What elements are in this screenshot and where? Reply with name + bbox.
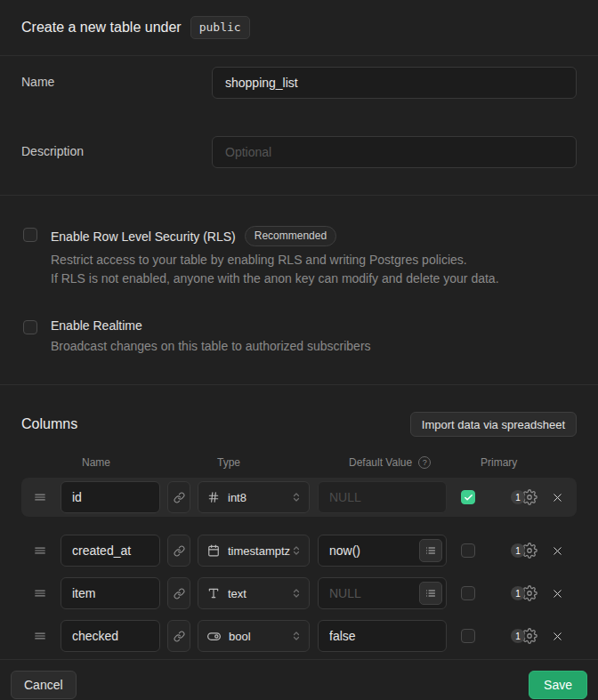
remove-column-button[interactable] xyxy=(549,585,566,602)
calendar-icon xyxy=(207,544,220,557)
drag-handle-icon[interactable] xyxy=(34,544,46,557)
settings-count-badge: 1 xyxy=(511,490,525,504)
link-icon xyxy=(174,631,185,642)
primary-checkbox[interactable] xyxy=(461,543,475,558)
rls-checkbox[interactable] xyxy=(23,228,37,242)
table-row: text 1 xyxy=(21,574,577,613)
column-settings-button[interactable]: 1 xyxy=(511,585,537,601)
column-name-input[interactable] xyxy=(61,620,160,652)
list-icon xyxy=(425,545,436,556)
suggestion-list-button[interactable] xyxy=(419,582,442,605)
remove-column-button[interactable] xyxy=(549,628,566,645)
header-primary: Primary xyxy=(481,456,517,469)
realtime-checkbox[interactable] xyxy=(23,320,37,334)
rls-label: Enable Row Level Security (RLS) xyxy=(51,229,236,244)
rls-description-line1: Restrict access to your table by enablin… xyxy=(51,251,499,270)
column-settings-button[interactable]: 1 xyxy=(511,628,537,644)
settings-count-badge: 1 xyxy=(511,629,525,643)
foreign-key-button[interactable] xyxy=(167,620,190,652)
column-settings-button[interactable]: 1 xyxy=(511,489,537,505)
link-icon xyxy=(174,588,185,599)
column-default-input[interactable] xyxy=(318,620,447,652)
drag-handle-icon[interactable] xyxy=(34,630,46,642)
column-type-select[interactable]: text xyxy=(198,577,310,609)
dialog-footer: Cancel Save xyxy=(0,659,598,700)
column-type-select[interactable]: int8 xyxy=(198,481,310,513)
header-default-value: Default Value xyxy=(349,456,412,469)
remove-column-button[interactable] xyxy=(549,489,566,506)
column-rows: int8 1 xyxy=(21,478,577,656)
column-type-select[interactable]: bool xyxy=(198,620,310,652)
create-table-dialog: Create a new table under public Name Des… xyxy=(0,0,598,700)
chevrons-up-down-icon xyxy=(291,631,302,641)
primary-checkbox[interactable] xyxy=(461,629,475,643)
table-description-input[interactable] xyxy=(212,136,577,168)
realtime-label: Enable Realtime xyxy=(51,318,142,333)
help-circle-icon[interactable]: ? xyxy=(418,456,431,469)
column-name-input[interactable] xyxy=(61,577,160,609)
foreign-key-button[interactable] xyxy=(167,577,190,609)
name-field-row: Name xyxy=(21,67,577,99)
columns-heading: Columns xyxy=(21,416,77,432)
rls-description-line2: If RLS is not enabled, anyone with the a… xyxy=(51,270,499,288)
dialog-header: Create a new table under public xyxy=(0,0,598,56)
chevrons-up-down-icon xyxy=(291,492,302,503)
foreign-key-button[interactable] xyxy=(167,481,190,513)
remove-column-button[interactable] xyxy=(549,543,566,559)
primary-checkbox[interactable] xyxy=(461,586,475,600)
table-options-section: Enable Row Level Security (RLS) Recommen… xyxy=(0,196,598,385)
cancel-button[interactable]: Cancel xyxy=(11,671,77,699)
header-name: Name xyxy=(82,456,217,469)
rls-option: Enable Row Level Security (RLS) Recommen… xyxy=(21,226,577,288)
settings-count-badge: 1 xyxy=(511,586,525,600)
foreign-key-button[interactable] xyxy=(167,535,190,567)
realtime-option: Enable Realtime Broadcast changes on thi… xyxy=(21,318,577,356)
close-icon xyxy=(551,587,564,600)
list-icon xyxy=(425,588,436,599)
column-name-input[interactable] xyxy=(61,481,160,513)
header-type: Type xyxy=(217,456,349,469)
text-icon xyxy=(207,587,220,599)
link-icon xyxy=(174,545,185,557)
column-default-input[interactable] xyxy=(318,481,447,513)
table-fields-section: Name Description xyxy=(0,56,598,196)
chevrons-up-down-icon xyxy=(291,588,302,599)
import-spreadsheet-button[interactable]: Import data via spreadsheet xyxy=(410,412,577,437)
schema-badge: public xyxy=(190,16,250,39)
recommended-badge: Recommended xyxy=(245,226,336,246)
table-row: timestamptz 1 xyxy=(21,531,577,570)
close-icon xyxy=(551,630,564,643)
suggestion-list-button[interactable] xyxy=(419,539,442,562)
chevrons-up-down-icon xyxy=(291,545,302,556)
name-label: Name xyxy=(21,67,212,89)
dialog-title: Create a new table under xyxy=(21,20,182,36)
drag-handle-icon[interactable] xyxy=(34,491,46,503)
link-icon xyxy=(174,492,185,503)
table-name-input[interactable] xyxy=(212,67,577,99)
column-type-select[interactable]: timestamptz xyxy=(198,535,310,567)
close-icon xyxy=(551,491,564,504)
column-settings-button[interactable]: 1 xyxy=(511,543,537,559)
drag-handle-icon[interactable] xyxy=(34,587,46,599)
toggle-icon xyxy=(207,630,221,643)
table-row: int8 1 xyxy=(21,478,577,517)
columns-section: Columns Import data via spreadsheet Name… xyxy=(0,385,598,659)
description-label: Description xyxy=(21,136,212,158)
column-name-input[interactable] xyxy=(61,535,160,567)
close-icon xyxy=(551,544,564,558)
settings-count-badge: 1 xyxy=(511,543,525,558)
hash-icon xyxy=(207,491,220,503)
table-row: bool 1 xyxy=(21,616,577,656)
realtime-description: Broadcast changes on this table to autho… xyxy=(51,337,371,356)
primary-checkbox[interactable] xyxy=(461,490,475,504)
save-button[interactable]: Save xyxy=(529,671,587,699)
columns-header-row: Name Type Default Value ? Primary xyxy=(21,456,577,469)
description-field-row: Description xyxy=(21,136,577,168)
